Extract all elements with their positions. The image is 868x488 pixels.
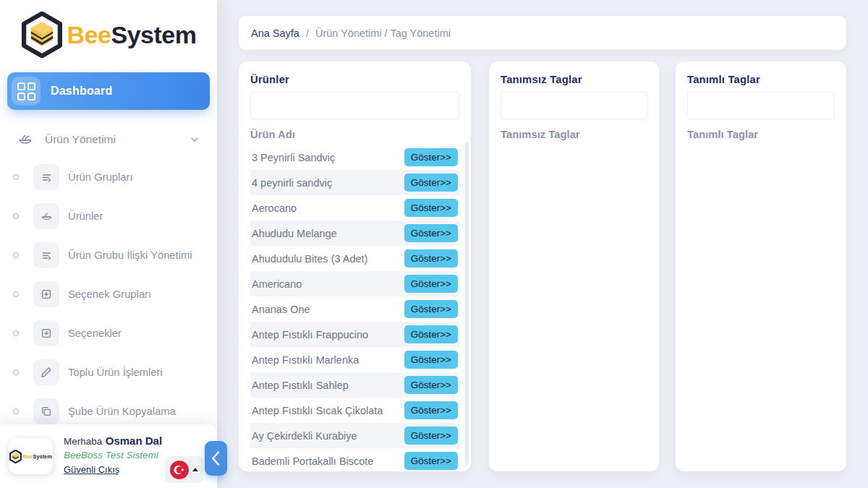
- goster-button[interactable]: Göster>>: [404, 401, 458, 419]
- product-row: Ananas OneGöster>>: [250, 296, 459, 322]
- defined-tags-search-input[interactable]: [687, 92, 835, 119]
- product-name: Antep Fıstıklı Marlenka: [252, 354, 359, 366]
- sidebar-item-label: Seçenek Grupları: [68, 288, 151, 300]
- products-panel-title: Ürünler: [250, 74, 459, 85]
- goster-button[interactable]: Göster>>: [404, 199, 458, 217]
- product-row: Ahududulu Bites (3 Adet)Göster>>: [250, 246, 459, 271]
- product-name: Ananas One: [252, 304, 310, 315]
- sidebar-item-secenek-gruplari[interactable]: Seçenek Grupları: [0, 275, 217, 314]
- undefined-tags-title: Tanımsız Taglar: [501, 74, 647, 85]
- product-name: Ay Çekirdekli Kurabiye: [252, 430, 357, 442]
- brand-bee: Bee: [67, 21, 111, 48]
- bullet-icon: [13, 330, 19, 336]
- products-panel: Ürünler Ürün Adı 3 Peynirli SandviçGöste…: [239, 61, 471, 471]
- breadcrumb: Ana Sayfa / Ürün Yönetimi / Tag Yönetimi: [239, 16, 846, 50]
- sidebar-item-secenekler[interactable]: Seçenekler: [0, 314, 217, 353]
- plus-square-icon: [33, 320, 59, 346]
- products-search-input[interactable]: [250, 92, 459, 119]
- sidebar-submenu: Ürün GruplarıÜrünlerÜrün Grubu İlişki Yö…: [0, 158, 217, 431]
- beesystem-hexagon-icon: [9, 450, 22, 463]
- sidebar-item-label: Dashboard: [51, 85, 112, 98]
- goster-button[interactable]: Göster>>: [404, 275, 458, 293]
- goster-button[interactable]: Göster>>: [404, 427, 458, 445]
- sidebar-item-toplu-urun-islemleri[interactable]: Toplu Ürün İşlemleri: [0, 353, 217, 392]
- product-name: Ahududu Melange: [252, 228, 337, 239]
- beesystem-hexagon-icon: [21, 12, 63, 58]
- goster-button[interactable]: Göster>>: [404, 249, 458, 267]
- sidebar-item-dashboard[interactable]: Dashboard: [7, 72, 210, 110]
- breadcrumb-separator: /: [306, 27, 309, 39]
- plus-square-icon: [33, 281, 59, 307]
- sidebar-item-urunler[interactable]: Ürünler: [0, 197, 217, 236]
- product-name: Americano: [252, 278, 302, 290]
- user-card: BeeSystem Merhaba Osman Dal BeeBoss Test…: [0, 424, 217, 488]
- undefined-tags-search-input[interactable]: [501, 92, 647, 119]
- sidebar-item-urun-yonetimi[interactable]: Ürün Yönetimi: [10, 124, 207, 155]
- product-name: 4 peynirli sandviç: [252, 177, 332, 189]
- product-row: Ay Çekirdekli KurabiyeGöster>>: [250, 423, 459, 448]
- sidebar-item-label: Ürün Yönetimi: [45, 133, 178, 146]
- products-scrollbar[interactable]: [465, 142, 469, 464]
- user-greeting: Merhaba: [64, 436, 102, 447]
- caret-up-icon: [192, 468, 198, 471]
- dashboard-grid-icon: [12, 77, 41, 106]
- goster-button[interactable]: Göster>>: [404, 452, 458, 470]
- goster-button[interactable]: Göster>>: [404, 325, 458, 343]
- product-name: Aerocano: [252, 202, 297, 214]
- undefined-tags-subheader: Tanımsız Taglar: [501, 129, 647, 140]
- product-row: 4 peynirli sandviçGöster>>: [250, 170, 459, 195]
- product-row: Antep Fıstıklı Sıcak ÇikolataGöster>>: [250, 398, 459, 423]
- list-arrow-icon: [33, 242, 59, 268]
- product-name: 3 Peynirli Sandviç: [252, 152, 335, 163]
- goster-button[interactable]: Göster>>: [404, 148, 458, 166]
- chevron-left-icon: [210, 450, 222, 467]
- bowl-icon: [33, 203, 59, 229]
- sidebar-item-label: Ürün Grubu İlişki Yönetimi: [68, 249, 192, 261]
- turkish-flag-icon: [170, 461, 189, 479]
- goster-button[interactable]: Göster>>: [404, 300, 458, 318]
- brand-logo: BeeSystem: [0, 0, 217, 62]
- product-row: Antep Fıstıklı FrappucinoGöster>>: [250, 322, 459, 347]
- bowl-icon: [17, 132, 33, 147]
- bullet-icon: [13, 174, 19, 180]
- products-column-header: Ürün Adı: [250, 129, 459, 140]
- product-row: 3 Peynirli SandviçGöster>>: [250, 145, 459, 170]
- user-greeting-line: Merhaba Osman Dal: [64, 435, 162, 448]
- language-selector[interactable]: [165, 456, 203, 483]
- user-system-name: BeeBoss Test Sistemi: [64, 449, 162, 462]
- goster-button[interactable]: Göster>>: [404, 174, 458, 192]
- logout-link[interactable]: Güvenli Çıkış: [64, 463, 119, 476]
- brand-logo-text: BeeSystem: [67, 21, 197, 49]
- product-name: Antep Fıstıklı Sahlep: [252, 380, 349, 391]
- sidebar-item-label: Ürünler: [68, 210, 103, 222]
- sidebar-item-label: Seçenekler: [68, 328, 122, 339]
- defined-tags-subheader: Tanımlı Taglar: [687, 129, 835, 140]
- user-name: Osman Dal: [106, 435, 162, 447]
- goster-button[interactable]: Göster>>: [404, 376, 458, 394]
- product-name: Ahududulu Bites (3 Adet): [252, 253, 367, 265]
- page-root: { "app": { "brand_bee": "Bee", "brand_sy…: [0, 0, 868, 488]
- sidebar-item-urun-grubu-iliski-yonetimi[interactable]: Ürün Grubu İlişki Yönetimi: [0, 236, 217, 275]
- product-name: Antep Fıstıklı Sıcak Çikolata: [252, 405, 383, 416]
- pencil-icon: [33, 359, 59, 385]
- products-list: 3 Peynirli SandviçGöster>>4 peynirli san…: [250, 145, 459, 474]
- list-arrow-icon: [33, 164, 59, 190]
- user-brand-chip: BeeSystem: [9, 438, 53, 474]
- product-row: Ahududu MelangeGöster>>: [250, 221, 459, 246]
- brand-system: System: [111, 21, 196, 48]
- bullet-icon: [13, 213, 19, 219]
- bullet-icon: [13, 291, 19, 297]
- defined-tags-title: Tanımlı Taglar: [687, 74, 835, 85]
- sidebar-item-urun-gruplari[interactable]: Ürün Grupları: [0, 158, 217, 197]
- product-name: Antep Fıstıklı Frappucino: [252, 329, 368, 341]
- product-name: Bademli Portakallı Biscote: [252, 455, 373, 467]
- product-row: AerocanoGöster>>: [250, 195, 459, 221]
- product-row: Antep Fıstıklı SahlepGöster>>: [250, 372, 459, 398]
- product-row: Bademli Portakallı BiscoteGöster>>: [250, 448, 459, 474]
- sidebar-item-label: Toplu Ürün İşlemleri: [68, 367, 163, 378]
- goster-button[interactable]: Göster>>: [404, 224, 458, 242]
- breadcrumb-home-link[interactable]: Ana Sayfa: [251, 27, 299, 39]
- goster-button[interactable]: Göster>>: [404, 351, 458, 369]
- sidebar-collapse-button[interactable]: [205, 441, 227, 476]
- bullet-icon: [13, 408, 19, 414]
